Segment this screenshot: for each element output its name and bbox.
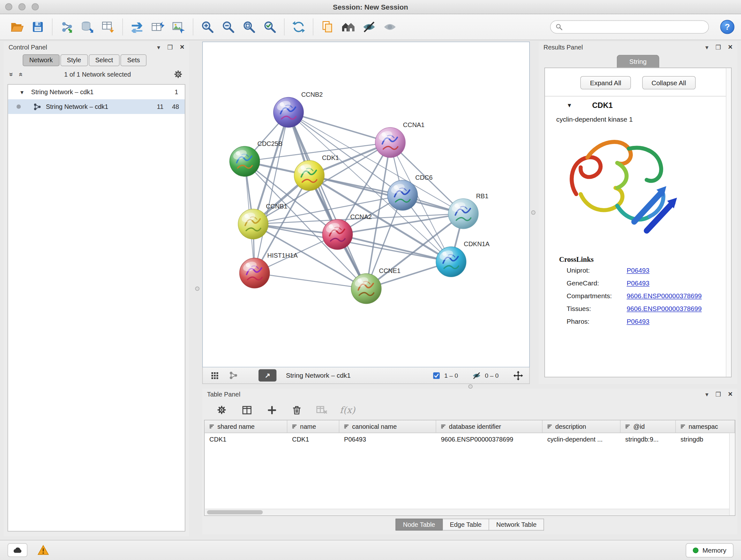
- panel-menu-icon[interactable]: ▾: [705, 44, 709, 50]
- network-node[interactable]: CCNB2: [273, 91, 323, 127]
- panel-close-icon[interactable]: ×: [180, 44, 185, 51]
- crosslink-link[interactable]: 9606.ENSP00000378699: [627, 305, 702, 313]
- network-edge[interactable]: [309, 176, 463, 214]
- cloud-button[interactable]: [8, 543, 27, 557]
- crosslink-link[interactable]: P06493: [627, 266, 650, 274]
- panel-float-icon[interactable]: ❒: [167, 44, 173, 50]
- horizontal-splitter-handle[interactable]: [468, 384, 473, 388]
- tab-network[interactable]: Network: [23, 54, 59, 66]
- hide-selected-button[interactable]: [359, 17, 380, 37]
- panel-float-icon[interactable]: ❒: [716, 44, 721, 50]
- network-graph[interactable]: CCNB2CCNA1CDC25BCDK1CDC6RB1CCNB1CCNA2CDK…: [203, 42, 529, 367]
- zoom-selected-button[interactable]: [259, 17, 280, 37]
- network-collection-row[interactable]: ▼ String Network – cdk1 1: [8, 84, 185, 99]
- network-edge[interactable]: [288, 112, 390, 143]
- expand-all-networks-icon[interactable]: »: [7, 72, 15, 76]
- network-overview-button[interactable]: [227, 370, 240, 381]
- column-header[interactable]: namespac: [676, 421, 735, 433]
- network-edge[interactable]: [255, 112, 288, 273]
- vertical-scrollbar[interactable]: [729, 433, 735, 516]
- show-columns-button[interactable]: [240, 403, 254, 417]
- tab-network-table[interactable]: Network Table: [489, 519, 544, 531]
- tab-sets[interactable]: Sets: [121, 54, 146, 66]
- scrollbar-thumb[interactable]: [207, 510, 263, 514]
- table-options-button[interactable]: [214, 403, 228, 417]
- expand-all-button[interactable]: Expand All: [581, 76, 630, 89]
- table-row[interactable]: CDK1 CDK1 P06493 9606.ENSP00000378699 cy…: [205, 433, 735, 446]
- column-header[interactable]: name: [287, 421, 339, 433]
- apply-layout-button[interactable]: [288, 17, 309, 37]
- network-row[interactable]: String Network – cdk1 11 48: [8, 99, 185, 114]
- panel-close-icon[interactable]: ×: [728, 390, 733, 398]
- panel-close-icon[interactable]: ×: [728, 44, 733, 51]
- grid-view-button[interactable]: [208, 370, 221, 381]
- table-cell[interactable]: CDK1: [205, 436, 287, 443]
- network-node[interactable]: CDKN1A: [436, 240, 490, 277]
- home-button[interactable]: [338, 17, 359, 37]
- network-view-canvas[interactable]: CCNB2CCNA1CDC25BCDK1CDC6RB1CCNB1CCNA2CDK…: [202, 42, 530, 367]
- network-edge[interactable]: [255, 273, 366, 289]
- pan-crosshair-icon[interactable]: [513, 370, 524, 381]
- open-session-button[interactable]: [7, 17, 27, 37]
- table-cell[interactable]: 9606.ENSP00000378699: [436, 436, 542, 443]
- network-node[interactable]: CCNA1: [375, 121, 425, 158]
- zoom-fit-button[interactable]: [239, 17, 259, 37]
- network-node[interactable]: CDK1: [294, 154, 339, 191]
- first-neighbors-button[interactable]: [127, 17, 147, 37]
- crosslink-link[interactable]: 9606.ENSP00000378699: [627, 292, 702, 300]
- network-options-gear-icon[interactable]: [173, 69, 184, 79]
- column-header[interactable]: database identifier: [436, 421, 542, 433]
- show-all-button[interactable]: [380, 17, 400, 37]
- table-panel-title: Table Panel: [207, 391, 240, 398]
- export-image-button[interactable]: [168, 17, 189, 37]
- left-splitter-handle[interactable]: [195, 287, 199, 291]
- zoom-in-button[interactable]: [197, 17, 218, 37]
- memory-button[interactable]: Memory: [686, 543, 733, 557]
- import-network-from-file-button[interactable]: [56, 17, 77, 37]
- tab-edge-table[interactable]: Edge Table: [443, 519, 489, 531]
- column-header[interactable]: description: [542, 421, 620, 433]
- save-session-button[interactable]: [27, 17, 48, 37]
- help-button[interactable]: ?: [720, 20, 734, 34]
- crosslink-link[interactable]: P06493: [627, 318, 650, 325]
- tab-select[interactable]: Select: [89, 54, 120, 66]
- panel-menu-icon[interactable]: ▾: [705, 391, 709, 397]
- copy-document-button[interactable]: [317, 17, 338, 37]
- table-cell[interactable]: stringdb: [676, 436, 735, 443]
- network-node[interactable]: CCNB1: [238, 203, 287, 239]
- zoom-out-button[interactable]: [218, 17, 239, 37]
- table-cell[interactable]: CDK1: [287, 436, 339, 443]
- search-input[interactable]: [566, 23, 704, 30]
- panel-menu-icon[interactable]: ▾: [157, 44, 160, 50]
- export-table-button[interactable]: [147, 17, 168, 37]
- network-node[interactable]: HIST1H1A: [239, 252, 298, 288]
- panel-float-icon[interactable]: ❒: [716, 391, 721, 397]
- tab-string[interactable]: String: [616, 55, 659, 68]
- column-header[interactable]: shared name: [205, 421, 287, 433]
- collapse-all-button[interactable]: Collapse All: [642, 76, 696, 89]
- warnings-button[interactable]: [34, 543, 52, 557]
- create-column-button[interactable]: [265, 403, 279, 417]
- tab-node-table[interactable]: Node Table: [395, 519, 443, 531]
- disclosure-triangle-icon[interactable]: ▼: [19, 89, 24, 95]
- horizontal-scrollbar[interactable]: [205, 509, 729, 515]
- network-node[interactable]: RB1: [448, 192, 488, 229]
- right-splitter-handle[interactable]: [531, 210, 536, 214]
- birdseye-toggle-button[interactable]: ↗: [259, 369, 276, 382]
- gene-entry-header[interactable]: ▼ CDK1: [545, 97, 731, 114]
- column-header[interactable]: @id: [620, 421, 676, 433]
- column-header[interactable]: canonical name: [339, 421, 436, 433]
- import-table-from-file-button[interactable]: [98, 17, 119, 37]
- table-cell[interactable]: cyclin-dependent ...: [542, 436, 620, 443]
- network-edge[interactable]: [288, 112, 366, 289]
- crosslink-link[interactable]: P06493: [627, 279, 650, 287]
- table-cell[interactable]: stringdb:9...: [620, 436, 676, 443]
- delete-column-button[interactable]: [290, 403, 304, 417]
- disclosure-triangle-icon[interactable]: ▼: [567, 102, 572, 109]
- tab-style[interactable]: Style: [60, 54, 88, 66]
- table-cell[interactable]: P06493: [339, 436, 436, 443]
- import-network-from-database-button[interactable]: [77, 17, 98, 37]
- results-scrollbar[interactable]: [726, 68, 731, 377]
- node-label: CDKN1A: [464, 240, 490, 247]
- collapse-all-networks-icon[interactable]: »: [16, 72, 24, 76]
